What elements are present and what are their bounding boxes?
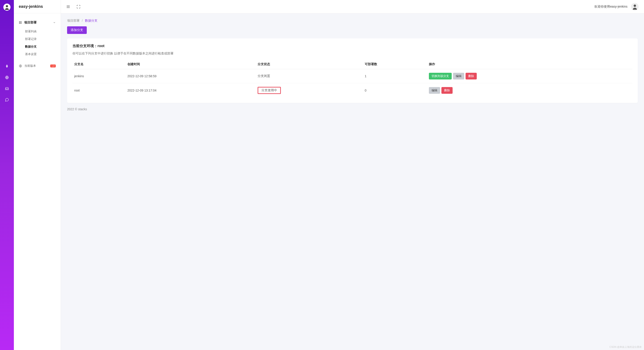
edit-button[interactable]: 编辑 xyxy=(453,73,464,79)
th-name: 分支名 xyxy=(72,60,126,69)
cell-status: 分支闲置 xyxy=(256,69,363,83)
cell-name: root xyxy=(72,83,126,98)
cell-ops: 编辑删除 xyxy=(427,83,632,98)
footer: 2022 © stacks xyxy=(67,107,638,111)
welcome-text: 欢迎你使用easy-jenkins xyxy=(594,5,628,9)
th-deployable: 可部署数 xyxy=(363,60,427,69)
table-row: root2022-12-09 13:17:04分支使用中0编辑删除 xyxy=(72,83,632,98)
cell-status: 分支使用中 xyxy=(256,83,363,98)
svg-point-0 xyxy=(6,5,8,7)
watermark: CSDN @来自上海的这位朋友 xyxy=(610,345,642,349)
svg-rect-10 xyxy=(21,23,22,24)
menu-group-deploy[interactable]: 项目部署 xyxy=(18,19,56,26)
brand-title: easy-jenkins xyxy=(14,0,60,13)
th-created: 创建时间 xyxy=(126,60,256,69)
svg-rect-4 xyxy=(21,21,22,22)
chat-icon[interactable] xyxy=(5,98,9,102)
delete-button[interactable]: 删除 xyxy=(442,87,452,94)
svg-rect-9 xyxy=(20,23,20,24)
th-ops: 操作 xyxy=(427,60,632,69)
avatar-topbar[interactable] xyxy=(631,3,639,10)
fullscreen-icon[interactable] xyxy=(76,5,80,9)
branch-card: 当前分支环境：root 你可以在下列分支中进行切换 以便于在不同数据版本之间进行… xyxy=(67,38,638,103)
cell-deployable: 0 xyxy=(363,83,427,98)
cell-name: jenkins xyxy=(72,69,126,83)
menu-toggle-icon[interactable] xyxy=(66,5,70,9)
table-row: jenkins2022-12-09 12:58:59分支闲置1切换到该分支编辑删… xyxy=(72,69,632,83)
svg-rect-8 xyxy=(19,23,20,24)
avatar-purple-bar[interactable] xyxy=(3,3,10,11)
globe-icon xyxy=(19,64,22,68)
purple-nav-bar xyxy=(0,0,14,350)
th-status: 分支状态 xyxy=(256,60,363,69)
main: 欢迎你使用easy-jenkins 项目部署 / 数据分支 添加分支 当前分支环… xyxy=(61,0,644,350)
globe-nav-icon[interactable] xyxy=(5,75,9,79)
svg-rect-7 xyxy=(21,22,22,23)
status-highlight: 分支使用中 xyxy=(258,87,281,94)
version-label: 当前版本 xyxy=(24,64,36,68)
branch-table: 分支名 创建时间 分支状态 可部署数 操作 jenkins2022-12-09 … xyxy=(72,60,632,98)
svg-rect-6 xyxy=(20,22,20,23)
version-badge: 1.0 xyxy=(50,64,56,67)
cell-created: 2022-12-09 13:17:04 xyxy=(126,83,256,98)
svg-rect-3 xyxy=(20,21,20,22)
switch-branch-button[interactable]: 切换到该分支 xyxy=(429,73,452,79)
topbar: 欢迎你使用easy-jenkins xyxy=(61,0,644,13)
inbox-icon[interactable] xyxy=(5,87,9,91)
edit-button[interactable]: 编辑 xyxy=(429,87,440,94)
breadcrumb-current: 数据分支 xyxy=(85,19,98,22)
card-subtitle: 你可以在下列分支中进行切换 以便于在不同数据版本之间进行检查或部署 xyxy=(72,52,632,56)
svg-rect-5 xyxy=(19,22,20,23)
sidebar-item-current-version[interactable]: 当前版本 1.0 xyxy=(14,62,60,70)
sidebar-item-data-branch[interactable]: 数据分支 xyxy=(24,43,56,50)
svg-point-15 xyxy=(634,4,636,7)
chevron-down-icon xyxy=(53,21,56,24)
sidebar: easy-jenkins 项目部署 部署列表 部署记录 数据分支 基本设置 当前… xyxy=(14,0,61,350)
svg-rect-2 xyxy=(19,21,20,22)
cell-created: 2022-12-09 12:58:59 xyxy=(126,69,256,83)
cell-ops: 切换到该分支编辑删除 xyxy=(427,69,632,83)
sidebar-item-deploy-record[interactable]: 部署记录 xyxy=(24,35,56,43)
sidebar-item-basic-settings[interactable]: 基本设置 xyxy=(24,50,56,58)
card-title: 当前分支环境：root xyxy=(72,44,632,48)
sidebar-item-deploy-list[interactable]: 部署列表 xyxy=(24,28,56,35)
breadcrumb-parent[interactable]: 项目部署 xyxy=(67,19,80,22)
breadcrumb-separator: / xyxy=(82,19,83,22)
cell-deployable: 1 xyxy=(363,69,427,83)
add-branch-button[interactable]: 添加分支 xyxy=(67,26,87,34)
grid-icon xyxy=(19,21,22,24)
rocket-icon[interactable] xyxy=(5,64,9,68)
breadcrumb: 项目部署 / 数据分支 xyxy=(67,19,638,23)
delete-button[interactable]: 删除 xyxy=(466,73,477,79)
menu-group-label: 项目部署 xyxy=(24,20,37,24)
